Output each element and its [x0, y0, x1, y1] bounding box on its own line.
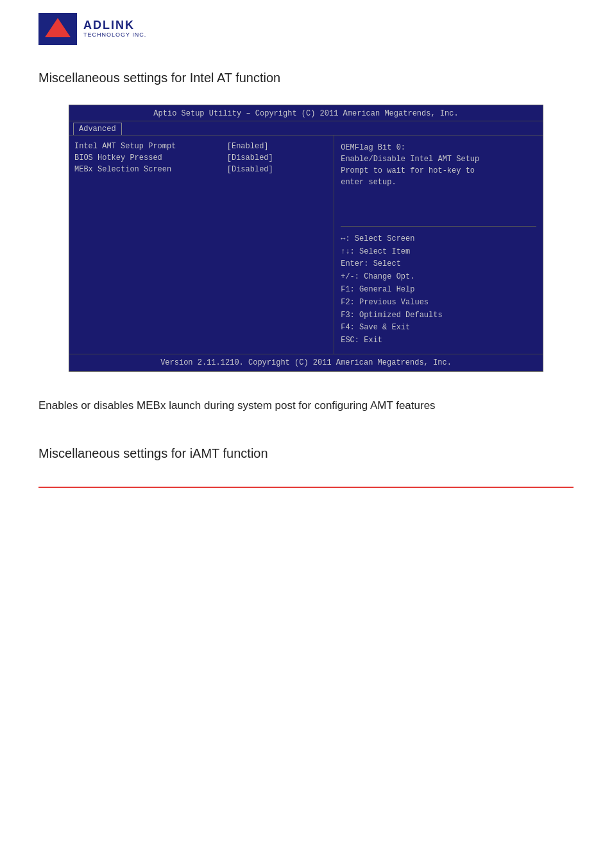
bottom-divider — [38, 487, 574, 488]
bios-key-8: F4: Save & Exit — [341, 322, 536, 334]
bios-key-1: ↔: Select Screen — [341, 233, 536, 246]
bios-help-line-1: Enable/Disable Intel AMT Setup — [341, 155, 479, 164]
bios-help-line-3: enter setup. — [341, 178, 396, 187]
bios-help-text: OEMFlag Bit 0: Enable/Disable Intel AMT … — [341, 142, 536, 227]
bios-help-title: OEMFlag Bit 0: — [341, 143, 405, 152]
logo-subtitle: TECHNOLOGY INC. — [83, 32, 146, 39]
bios-key-9: ESC: Exit — [341, 334, 536, 347]
bios-help-panel: OEMFlag Bit 0: Enable/Disable Intel AMT … — [334, 135, 543, 354]
bios-tab-bar: Advanced — [69, 121, 543, 135]
bios-key-legend: ↔: Select Screen ↑↓: Select Item Enter: … — [341, 233, 536, 347]
bios-value-2: [Disabled] — [227, 153, 328, 162]
bios-key-7: F3: Optimized Defaults — [341, 309, 536, 322]
bios-key-2: ↑↓: Select Item — [341, 246, 536, 259]
logo-company: ADLINK — [83, 19, 146, 32]
bios-label-2: BIOS Hotkey Pressed — [74, 153, 227, 162]
bios-body: Intel AMT Setup Prompt [Enabled] BIOS Ho… — [69, 135, 543, 354]
bios-key-3: Enter: Select — [341, 258, 536, 271]
bios-key-6: F2: Previous Values — [341, 297, 536, 309]
bios-tab-advanced: Advanced — [73, 123, 122, 135]
bios-footer: Version 2.11.1210. Copyright (C) 2011 Am… — [69, 354, 543, 371]
bios-title-bar: Aptio Setup Utility – Copyright (C) 2011… — [69, 105, 543, 121]
bios-screenshot: Aptio Setup Utility – Copyright (C) 2011… — [69, 105, 543, 372]
bios-key-5: F1: General Help — [341, 284, 536, 297]
logo-icon — [38, 13, 77, 45]
bios-help-line-2: Prompt to wait for hot-key to — [341, 166, 475, 175]
logo-text: ADLINK TECHNOLOGY INC. — [83, 19, 146, 39]
section-heading-2: Miscellaneous settings for iAMT function — [38, 446, 574, 461]
bios-settings-panel: Intel AMT Setup Prompt [Enabled] BIOS Ho… — [69, 135, 334, 354]
bios-value-3: [Disabled] — [227, 165, 328, 174]
logo-area: ADLINK TECHNOLOGY INC. — [38, 13, 574, 45]
bios-row-2: BIOS Hotkey Pressed [Disabled] — [74, 153, 328, 162]
section-heading-1: Miscellaneous settings for Intel AT func… — [38, 71, 574, 85]
bios-key-4: +/-: Change Opt. — [341, 271, 536, 284]
logo-triangle — [45, 18, 71, 37]
description-1: Enables or disables MEBx launch during s… — [38, 397, 574, 414]
bios-row-1: Intel AMT Setup Prompt [Enabled] — [74, 142, 328, 151]
bios-row-3: MEBx Selection Screen [Disabled] — [74, 165, 328, 174]
bios-label-3: MEBx Selection Screen — [74, 165, 227, 174]
bios-value-1: [Enabled] — [227, 142, 328, 151]
bios-label-1: Intel AMT Setup Prompt — [74, 142, 227, 151]
